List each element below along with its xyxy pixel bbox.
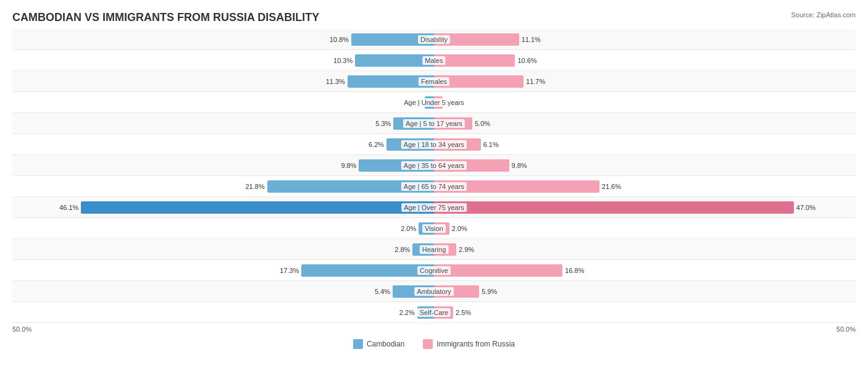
chart-row: 2.2%Self-Care2.5% <box>12 302 856 323</box>
left-value: 10.3% <box>333 57 353 64</box>
left-value: 9.8% <box>341 162 356 169</box>
chart-row: 10.3%Males10.6% <box>12 50 856 71</box>
row-label: Males <box>422 56 445 65</box>
left-value: 6.2% <box>369 141 384 148</box>
source-text: Source: ZipAtlas.com <box>791 11 856 19</box>
right-bar-container: 16.8% <box>434 264 585 277</box>
axis-left: 50.0% <box>12 326 31 333</box>
right-value: 2.9% <box>459 246 474 253</box>
legend-cambodian-box <box>353 339 363 349</box>
left-value: 11.3% <box>326 78 345 85</box>
left-bar-container: 17.3% <box>280 264 434 277</box>
chart-row: 1.2%Age | Under 5 years1.1% <box>12 92 856 113</box>
right-value: 2.5% <box>456 309 471 316</box>
chart-row: 5.4%Ambulatory5.9% <box>12 281 856 302</box>
right-bar <box>434 264 562 277</box>
left-value: 5.4% <box>375 288 390 295</box>
legend: Cambodian Immigrants from Russia <box>12 339 856 349</box>
row-label: Vision <box>422 224 446 233</box>
right-bar <box>434 54 515 67</box>
chart-row: 9.8%Age | 35 to 64 years9.8% <box>12 155 856 176</box>
row-label: Cognitive <box>417 266 451 275</box>
left-value: 2.8% <box>394 246 410 253</box>
legend-russia-box <box>423 339 433 349</box>
row-label: Age | 5 to 17 years <box>403 119 465 128</box>
row-label: Hearing <box>420 245 449 254</box>
chart-row: 2.0%Vision2.0% <box>12 218 856 239</box>
right-bar-container: 10.6% <box>434 54 537 67</box>
row-label: Age | Over 75 years <box>401 203 467 212</box>
right-value: 5.0% <box>475 120 490 127</box>
chart-row: 10.8%Disability11.1% <box>12 29 856 50</box>
left-value: 21.8% <box>245 183 264 190</box>
chart-row: 17.3%Cognitive16.8% <box>12 260 856 281</box>
legend-cambodian: Cambodian <box>353 339 404 349</box>
right-bar-container: 47.0% <box>434 201 816 214</box>
left-value: 46.1% <box>59 204 78 211</box>
left-value: 2.0% <box>401 225 416 232</box>
left-bar-container: 11.3% <box>326 75 434 88</box>
row-label: Age | 35 to 64 years <box>401 161 467 170</box>
axis-row: 50.0% 50.0% <box>12 323 856 335</box>
legend-cambodian-label: Cambodian <box>367 340 404 348</box>
left-bar-container: 46.1% <box>59 201 434 214</box>
row-label: Ambulatory <box>414 287 454 296</box>
left-bar-container: 10.3% <box>333 54 434 67</box>
right-value: 6.1% <box>483 141 499 148</box>
row-label: Age | 18 to 34 years <box>401 140 467 149</box>
chart-row: 11.3%Females11.7% <box>12 71 856 92</box>
right-value: 11.1% <box>522 36 541 43</box>
left-value: 5.3% <box>375 120 391 127</box>
chart-container: CAMBODIAN VS IMMIGRANTS FROM RUSSIA DISA… <box>0 0 868 355</box>
chart-row: 6.2%Age | 18 to 34 years6.1% <box>12 134 856 155</box>
right-value: 47.0% <box>796 204 816 211</box>
axis-right: 50.0% <box>837 326 856 333</box>
chart-row: 46.1%Age | Over 75 years47.0% <box>12 197 856 218</box>
row-label: Age | 65 to 74 years <box>401 182 467 191</box>
row-label: Females <box>419 77 449 86</box>
left-value: 10.8% <box>330 36 349 43</box>
right-value: 11.7% <box>526 78 545 85</box>
row-label: Disability <box>418 35 450 44</box>
right-value: 2.0% <box>452 225 467 232</box>
right-bar-container: 11.7% <box>434 75 545 88</box>
legend-russia-label: Immigrants from Russia <box>436 340 515 348</box>
right-value: 9.8% <box>512 162 527 169</box>
right-value: 5.9% <box>482 288 497 295</box>
left-value: 2.2% <box>399 309 415 316</box>
row-label: Self-Care <box>417 308 451 317</box>
right-value: 10.6% <box>517 57 536 64</box>
right-value: 16.8% <box>565 267 584 274</box>
left-bar <box>301 264 434 277</box>
chart-area: 10.8%Disability11.1%10.3%Males10.6%11.3%… <box>12 29 856 323</box>
chart-title: CAMBODIAN VS IMMIGRANTS FROM RUSSIA DISA… <box>12 11 856 24</box>
chart-row: 5.3%Age | 5 to 17 years5.0% <box>12 113 856 134</box>
row-label: Age | Under 5 years <box>401 98 467 107</box>
legend-russia: Immigrants from Russia <box>423 339 515 349</box>
left-value: 17.3% <box>280 267 299 274</box>
right-bar <box>434 201 794 214</box>
left-bar <box>81 201 434 214</box>
chart-row: 21.8%Age | 65 to 74 years21.6% <box>12 176 856 197</box>
chart-row: 2.8%Hearing2.9% <box>12 239 856 260</box>
right-value: 21.6% <box>602 183 621 190</box>
